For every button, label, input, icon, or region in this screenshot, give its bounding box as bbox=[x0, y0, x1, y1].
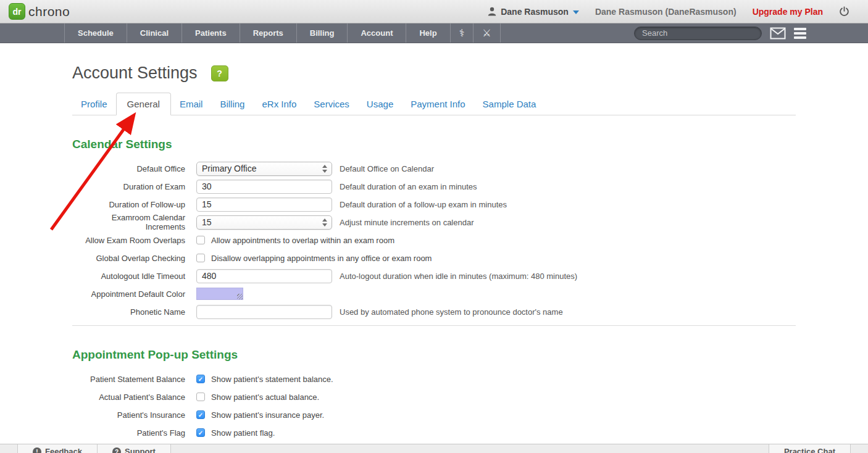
tab-erx-info[interactable]: eRx Info bbox=[253, 93, 305, 115]
statement-balance-row: Patient Statement Balance Show patient's… bbox=[72, 372, 796, 386]
field-label: Default Office bbox=[72, 164, 196, 173]
examroom-increments-row: Examroom Calendar Increments 15 Adjust m… bbox=[72, 215, 796, 230]
nav-reports[interactable]: Reports bbox=[240, 23, 297, 43]
field-help: Auto-logout duration when idle in minute… bbox=[340, 272, 577, 281]
patients-insurance-row: Patient's Insurance Show patient's insur… bbox=[72, 407, 796, 422]
search-input[interactable] bbox=[634, 27, 762, 40]
nav-help[interactable]: Help bbox=[406, 23, 450, 43]
global-overlap-row: Global Overlap Checking Disallow overlap… bbox=[72, 251, 796, 265]
field-label: Autologout Idle Timeout bbox=[72, 272, 196, 281]
drchrono-logo[interactable]: dr chrono bbox=[9, 3, 70, 20]
field-label: Allow Exam Room Overlaps bbox=[72, 236, 196, 245]
field-help: Adjust minute increments on calendar bbox=[340, 218, 474, 227]
field-label: Actual Patient's Balance bbox=[72, 393, 196, 402]
checkbox-text: Show patient's actual balance. bbox=[211, 393, 319, 402]
field-label: Patient's Insurance bbox=[72, 410, 196, 420]
checkbox-text: Show patient's statement balance. bbox=[211, 375, 333, 384]
appointment-color-swatch[interactable] bbox=[196, 288, 243, 300]
chevron-down-icon bbox=[573, 10, 579, 14]
footer-bar: ! Feedback ? Support Practice Chat bbox=[0, 444, 868, 453]
tab-usage[interactable]: Usage bbox=[358, 93, 402, 115]
help-button[interactable]: ? bbox=[211, 65, 228, 81]
tab-profile[interactable]: Profile bbox=[72, 93, 116, 115]
drchrono-logo-text: chrono bbox=[28, 4, 70, 19]
user-dropdown[interactable]: Dane Rasmuson bbox=[488, 7, 579, 17]
nav-schedule[interactable]: Schedule bbox=[65, 23, 127, 43]
tab-services[interactable]: Services bbox=[305, 93, 358, 115]
field-label: Examroom Calendar Increments bbox=[72, 213, 196, 231]
checkbox-text: Disallow overlapping appointments in any… bbox=[211, 254, 432, 263]
main-nav: Schedule Clinical Patients Reports Billi… bbox=[0, 23, 868, 43]
field-label: Phonetic Name bbox=[72, 307, 196, 317]
default-office-select[interactable]: Primary Office bbox=[196, 162, 332, 176]
nav-billing[interactable]: Billing bbox=[297, 23, 348, 43]
checkbox-text: Allow appointments to overlap within an … bbox=[211, 236, 394, 245]
global-overlap-checkbox[interactable] bbox=[196, 254, 205, 262]
tab-billing[interactable]: Billing bbox=[211, 93, 253, 115]
select-stepper-icon bbox=[322, 218, 327, 226]
tab-sample-data[interactable]: Sample Data bbox=[474, 93, 545, 115]
account-label: Dane Rasmuson (DaneRasmuson) bbox=[595, 7, 737, 17]
phonetic-name-input[interactable] bbox=[196, 305, 332, 319]
nav-account[interactable]: Account bbox=[348, 23, 406, 43]
patients-insurance-checkbox[interactable] bbox=[196, 410, 205, 419]
patients-flag-row: Patient's Flag Show patient flag. bbox=[72, 425, 796, 440]
appointment-color-row: Appointment Default Color bbox=[72, 286, 796, 301]
exam-room-overlaps-checkbox[interactable] bbox=[196, 236, 205, 244]
duration-of-exam-input[interactable] bbox=[196, 180, 332, 194]
statement-balance-checkbox[interactable] bbox=[196, 375, 205, 383]
phonetic-name-row: Phonetic Name Used by automated phone sy… bbox=[72, 304, 796, 319]
field-help: Default duration of a follow-up exam in … bbox=[340, 200, 507, 209]
caduceus-icon[interactable]: ⚕ bbox=[451, 23, 474, 43]
select-stepper-icon bbox=[322, 165, 327, 173]
section-divider bbox=[72, 325, 796, 326]
practice-chat-button[interactable]: Practice Chat bbox=[769, 444, 851, 453]
patients-flag-checkbox[interactable] bbox=[196, 428, 205, 437]
checkbox-text: Show patient flag. bbox=[211, 428, 275, 438]
settings-tabs: Profile General Email Billing eRx Info S… bbox=[72, 93, 796, 115]
tab-email[interactable]: Email bbox=[171, 93, 212, 115]
top-bar: dr chrono Dane Rasmuson Dane Rasmuson (D… bbox=[0, 0, 868, 23]
field-label: Global Overlap Checking bbox=[72, 254, 196, 263]
question-circle-icon: ? bbox=[112, 447, 121, 453]
page-title: Account Settings bbox=[72, 64, 198, 83]
duration-of-followup-row: Duration of Follow-up Default duration o… bbox=[72, 197, 796, 212]
support-button[interactable]: ? Support bbox=[98, 444, 171, 453]
feedback-button[interactable]: ! Feedback bbox=[17, 444, 98, 453]
actual-balance-checkbox[interactable] bbox=[196, 393, 205, 401]
field-label: Duration of Follow-up bbox=[72, 200, 196, 209]
envelope-icon[interactable] bbox=[770, 27, 786, 39]
crossed-tools-icon[interactable]: ⚔ bbox=[474, 23, 500, 43]
autologout-timeout-row: Autologout Idle Timeout Auto-logout dura… bbox=[72, 268, 796, 283]
support-label: Support bbox=[125, 447, 156, 453]
field-help: Default Office on Calendar bbox=[340, 164, 434, 173]
exclamation-circle-icon: ! bbox=[33, 447, 41, 453]
autologout-timeout-input[interactable] bbox=[196, 269, 332, 283]
nav-clinical[interactable]: Clinical bbox=[127, 23, 182, 43]
duration-of-exam-row: Duration of Exam Default duration of an … bbox=[72, 179, 796, 194]
person-icon bbox=[488, 7, 496, 16]
nav-patients[interactable]: Patients bbox=[182, 23, 240, 43]
calendar-settings-heading: Calendar Settings bbox=[72, 138, 796, 151]
popup-settings-heading: Appointment Pop-up Settings bbox=[72, 348, 796, 362]
account-settings-page: Account Settings ? Profile General Email… bbox=[0, 64, 868, 453]
user-name: Dane Rasmuson bbox=[501, 7, 569, 17]
checkbox-text: Show patient's insurance payer. bbox=[211, 410, 324, 420]
exam-room-overlaps-row: Allow Exam Room Overlaps Allow appointme… bbox=[72, 233, 796, 247]
examroom-increments-select[interactable]: 15 bbox=[196, 215, 332, 230]
drchrono-logo-mark: dr bbox=[9, 3, 25, 20]
upgrade-plan-link[interactable]: Upgrade my Plan bbox=[753, 7, 823, 17]
tab-payment-info[interactable]: Payment Info bbox=[402, 93, 474, 115]
field-help: Used by automated phone system to pronou… bbox=[340, 307, 563, 317]
default-office-row: Default Office Primary Office Default Of… bbox=[72, 161, 796, 176]
field-label: Duration of Exam bbox=[72, 182, 196, 191]
field-label: Patient Statement Balance bbox=[72, 375, 196, 384]
duration-of-followup-input[interactable] bbox=[196, 197, 332, 212]
power-icon[interactable] bbox=[839, 6, 849, 17]
feedback-label: Feedback bbox=[45, 447, 82, 453]
menu-icon[interactable] bbox=[794, 28, 806, 39]
nav-spacer bbox=[0, 23, 65, 43]
field-label: Patient's Flag bbox=[72, 428, 196, 438]
tab-general[interactable]: General bbox=[116, 93, 171, 115]
field-label: Appointment Default Color bbox=[72, 289, 196, 299]
